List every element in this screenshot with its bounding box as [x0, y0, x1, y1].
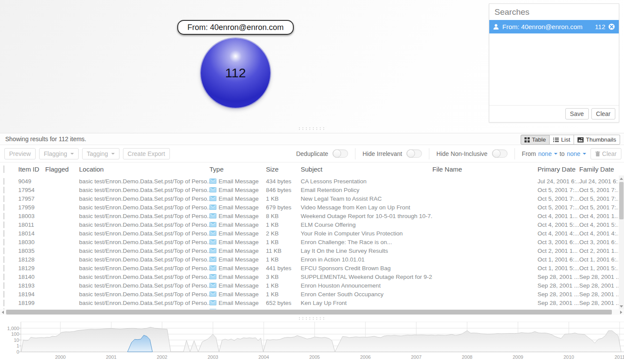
- cell-item-id: 18014: [18, 230, 45, 237]
- search-bubble[interactable]: 112: [201, 38, 270, 108]
- table-row[interactable]: 17957 basic test/Enron.Demo.Data.Set.pst…: [0, 194, 619, 203]
- row-checkbox[interactable]: [3, 239, 4, 245]
- row-checkbox[interactable]: [3, 274, 4, 280]
- date-from-dropdown[interactable]: none: [538, 150, 558, 157]
- cell-location: basic test/Enron.Demo.Data.Set.pst/Top o…: [79, 213, 209, 219]
- scroll-up-arrow[interactable]: [619, 175, 624, 182]
- horizontal-scroll-thumb[interactable]: [6, 310, 612, 314]
- cell-type-label: Email Message: [219, 265, 259, 271]
- row-checkbox[interactable]: [3, 178, 4, 185]
- visualization-canvas[interactable]: From: 40enron@enron.com 112 Searches Fro…: [0, 0, 624, 133]
- col-location[interactable]: Location: [79, 165, 209, 173]
- cell-item-id: 18128: [18, 256, 45, 263]
- row-checkbox[interactable]: [3, 291, 4, 298]
- view-list-button[interactable]: List: [550, 135, 574, 145]
- col-flagged[interactable]: Flagged: [45, 165, 79, 173]
- row-checkbox[interactable]: [3, 213, 4, 219]
- table-row[interactable]: 18030 basic test/Enron.Demo.Data.Set.pst…: [0, 238, 619, 246]
- row-checkbox[interactable]: [3, 195, 4, 202]
- cell-type-label: Email Message: [219, 282, 259, 289]
- row-checkbox[interactable]: [3, 248, 4, 254]
- table-row[interactable]: 18193 basic test/Enron.Demo.Data.Set.pst…: [0, 281, 619, 290]
- searches-list-body: [489, 33, 619, 105]
- hide-irrelevant-toggle[interactable]: [406, 149, 422, 158]
- cell-type-label: Email Message: [219, 213, 259, 219]
- searches-panel-title: Searches: [489, 4, 619, 20]
- row-checkbox[interactable]: [3, 282, 4, 289]
- table-vertical-scrollbar[interactable]: [619, 175, 624, 309]
- view-switcher: Table List Thumbnails: [521, 135, 620, 145]
- clear-date-filter-button[interactable]: Clear: [591, 148, 621, 159]
- hide-irrelevant-label: Hide Irrelevant: [362, 150, 402, 157]
- save-search-button[interactable]: Save: [565, 108, 589, 119]
- tagging-dropdown-button[interactable]: Tagging: [82, 148, 119, 159]
- timeline-section: 01101001,0002000200120022003200420052006…: [0, 315, 624, 364]
- row-checkbox[interactable]: [3, 230, 4, 237]
- row-checkbox[interactable]: [3, 300, 4, 306]
- scroll-left-arrow[interactable]: [0, 309, 6, 315]
- table-row[interactable]: 18014 basic test/Enron.Demo.Data.Set.pst…: [0, 229, 619, 238]
- table-row[interactable]: 18129 basic test/Enron.Demo.Data.Set.pst…: [0, 264, 619, 272]
- searches-panel: Searches From: 40enron@enron.com 112 Sav…: [489, 3, 619, 122]
- table-row[interactable]: 17954 basic test/Enron.Demo.Data.Set.pst…: [0, 185, 619, 194]
- view-table-button[interactable]: Table: [521, 135, 550, 145]
- preview-button[interactable]: Preview: [4, 148, 36, 159]
- table-row[interactable]: 18128 basic test/Enron.Demo.Data.Set.pst…: [0, 255, 619, 264]
- cell-family-date: Sep 28, 2001 ...: [579, 300, 618, 306]
- scroll-right-arrow[interactable]: [618, 309, 624, 315]
- date-to-dropdown[interactable]: none: [567, 150, 586, 157]
- cell-item-id: 17959: [18, 204, 45, 211]
- table-row[interactable]: 18011 basic test/Enron.Demo.Data.Set.pst…: [0, 220, 619, 229]
- select-all-checkbox[interactable]: [3, 165, 4, 173]
- col-file-name[interactable]: File Name: [432, 165, 538, 173]
- cell-family-date: Oct 1, 2001 6:...: [579, 256, 618, 263]
- create-export-button[interactable]: Create Export: [123, 148, 170, 159]
- results-toolbar: Preview Flagging Tagging Create Export D…: [0, 145, 624, 162]
- cell-type-label: Email Message: [219, 204, 259, 211]
- table-row[interactable]: 17959 basic test/Enron.Demo.Data.Set.pst…: [0, 203, 619, 212]
- cell-type-label: Email Message: [219, 291, 259, 298]
- col-type[interactable]: Type: [209, 165, 266, 173]
- row-checkbox[interactable]: [3, 265, 4, 271]
- table-row[interactable]: 18140 basic test/Enron.Demo.Data.Set.pst…: [0, 272, 619, 281]
- view-thumbnails-button[interactable]: Thumbnails: [574, 135, 620, 145]
- col-subject[interactable]: Subject: [301, 165, 432, 173]
- row-checkbox[interactable]: [3, 204, 4, 211]
- row-checkbox[interactable]: [3, 222, 4, 228]
- table-row[interactable]: 18035 basic test/Enron.Demo.Data.Set.pst…: [0, 246, 619, 255]
- date-to-value: none: [567, 150, 580, 157]
- clear-searches-button[interactable]: Clear: [591, 108, 615, 119]
- table-row[interactable]: 9049 basic test/Enron.Demo.Data.Set.pst/…: [0, 177, 619, 185]
- col-family-date[interactable]: Family Date: [579, 165, 618, 173]
- timeline-chart[interactable]: 01101001,0002000200120022003200420052006…: [0, 318, 624, 363]
- vertical-scroll-thumb[interactable]: [619, 182, 624, 219]
- row-checkbox[interactable]: [3, 256, 4, 263]
- cell-type-label: Email Message: [219, 230, 259, 237]
- toolbar-filters: Deduplicate Hide Irrelevant Hide Non-Inc…: [289, 145, 621, 162]
- flagging-dropdown-button[interactable]: Flagging: [39, 148, 79, 159]
- table-row[interactable]: 18194 basic test/Enron.Demo.Data.Set.pst…: [0, 290, 619, 298]
- cell-location: basic test/Enron.Demo.Data.Set.pst/Top o…: [79, 187, 209, 193]
- email-icon: [209, 222, 216, 227]
- deduplicate-toggle[interactable]: [332, 149, 348, 158]
- col-primary-date[interactable]: Primary Date: [538, 165, 579, 173]
- cell-item-id: 18129: [18, 265, 45, 271]
- cell-family-date: Oct 5, 2001 7:...: [579, 195, 618, 202]
- col-item-id[interactable]: Item ID: [18, 165, 45, 173]
- cell-item-id: 18030: [18, 239, 45, 245]
- hide-non-inclusive-toggle[interactable]: [492, 149, 508, 158]
- cell-type-label: Email Message: [219, 178, 259, 185]
- table-row[interactable]: 18199 basic test/Enron.Demo.Data.Set.pst…: [0, 298, 619, 307]
- col-size[interactable]: Size: [266, 165, 301, 173]
- cell-primary-date: Oct 2, 2001 1...: [538, 248, 579, 254]
- row-checkbox[interactable]: [3, 187, 4, 193]
- viz-splitter-handle[interactable]: [298, 127, 326, 130]
- search-item[interactable]: From: 40enron@enron.com 112: [489, 20, 619, 33]
- svg-text:2010: 2010: [564, 354, 574, 360]
- table-horizontal-scrollbar[interactable]: [0, 309, 624, 315]
- table-row[interactable]: 18003 basic test/Enron.Demo.Data.Set.pst…: [0, 212, 619, 220]
- remove-search-icon[interactable]: [608, 23, 615, 30]
- cell-family-date: Oct 5, 2001 7:...: [579, 187, 618, 193]
- cell-size: 3 KB: [266, 274, 301, 280]
- scroll-down-arrow[interactable]: [619, 303, 624, 309]
